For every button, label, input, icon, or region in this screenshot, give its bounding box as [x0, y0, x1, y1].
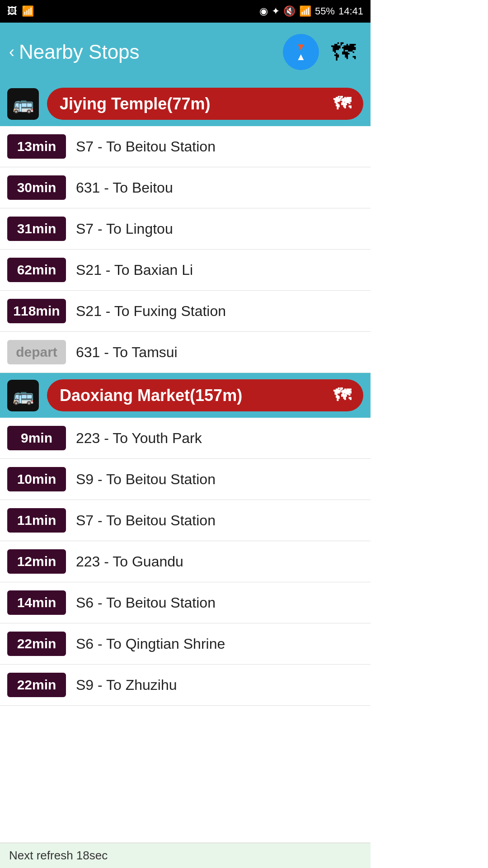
time-badge: depart: [7, 340, 66, 364]
stop-name: Daoxiang Market(157m): [60, 386, 242, 405]
map-button[interactable]: 🗺: [325, 34, 361, 70]
route-text: S9 - To Beitou Station: [76, 471, 216, 488]
route-text: 631 - To Beitou: [76, 179, 173, 196]
mute-icon: 🔇: [283, 5, 296, 17]
time-badge: 118min: [7, 299, 66, 323]
time-badge: 30min: [7, 175, 66, 200]
footer-refresh: Next refresh 18sec: [0, 843, 371, 868]
route-text: S21 - To Baxian Li: [76, 262, 193, 278]
stop-name-badge: Daoxiang Market(157m) 🗺: [47, 379, 363, 411]
app-header: ‹ Nearby Stops ▼ ▲ 🗺: [0, 23, 371, 81]
time-badge: 31min: [7, 217, 66, 241]
bus-row[interactable]: 10min S9 - To Beitou Station: [0, 459, 371, 500]
bus-row[interactable]: 118min S21 - To Fuxing Station: [0, 291, 371, 332]
bus-row[interactable]: 31min S7 - To Lingtou: [0, 208, 371, 250]
time-badge: 12min: [7, 549, 66, 574]
bus-row[interactable]: 14min S6 - To Beitou Station: [0, 582, 371, 623]
time-badge: 62min: [7, 258, 66, 282]
stop-name-badge: Jiying Temple(77m) 🗺: [47, 88, 363, 120]
refresh-text: Next refresh 18sec: [9, 849, 108, 862]
status-left-icons: 🖼 📶: [7, 5, 34, 17]
stop-header-1[interactable]: 🚌 Daoxiang Market(157m) 🗺: [0, 373, 371, 418]
route-text: S6 - To Qingtian Shrine: [76, 636, 225, 652]
route-text: S6 - To Beitou Station: [76, 594, 216, 611]
bus-row[interactable]: 13min S7 - To Beitou Station: [0, 126, 371, 167]
route-text: 223 - To Youth Park: [76, 430, 202, 447]
time-badge: 14min: [7, 590, 66, 615]
bus-row[interactable]: 22min S9 - To Zhuzihu: [0, 665, 371, 706]
bus-row[interactable]: 11min S7 - To Beitou Station: [0, 500, 371, 541]
bus-row[interactable]: 12min 223 - To Guandu: [0, 541, 371, 582]
bus-row[interactable]: 22min S6 - To Qingtian Shrine: [0, 623, 371, 665]
location-icon: ◉: [259, 5, 268, 17]
route-text: S21 - To Fuxing Station: [76, 303, 226, 320]
back-button[interactable]: ‹: [9, 42, 14, 61]
route-text: S7 - To Beitou Station: [76, 138, 216, 155]
time-badge: 13min: [7, 134, 66, 159]
bus-row[interactable]: depart 631 - To Tamsui: [0, 332, 371, 373]
bus-stop-icon: 🚌: [7, 380, 39, 411]
time-badge: 22min: [7, 632, 66, 656]
header-actions: ▼ ▲ 🗺: [283, 34, 361, 70]
header-left: ‹ Nearby Stops: [9, 41, 140, 63]
route-text: S7 - To Beitou Station: [76, 512, 216, 529]
stop-header-0[interactable]: 🚌 Jiying Temple(77m) 🗺: [0, 81, 371, 126]
page-title: Nearby Stops: [19, 41, 140, 63]
status-right-info: ◉ ✦ 🔇 📶 55% 14:41: [259, 5, 363, 17]
route-text: 223 - To Guandu: [76, 553, 183, 570]
stop-map-icon: 🗺: [333, 386, 351, 405]
signal-icon: 📶: [299, 5, 311, 17]
time-badge: 9min: [7, 426, 66, 450]
time-badge: 22min: [7, 673, 66, 697]
sort-icon: ▼ ▲: [296, 42, 306, 62]
photo-icon: 🖼: [7, 5, 17, 17]
bus-row[interactable]: 62min S21 - To Baxian Li: [0, 250, 371, 291]
bluetooth-icon: ✦: [272, 5, 280, 17]
sort-button[interactable]: ▼ ▲: [283, 34, 319, 70]
battery-text: 55%: [315, 5, 335, 17]
route-text: S9 - To Zhuzihu: [76, 677, 177, 693]
status-bar: 🖼 📶 ◉ ✦ 🔇 📶 55% 14:41: [0, 0, 371, 23]
wifi-icon: 📶: [22, 5, 34, 17]
stop-name: Jiying Temple(77m): [60, 94, 210, 113]
time-badge: 10min: [7, 467, 66, 491]
bus-row[interactable]: 9min 223 - To Youth Park: [0, 418, 371, 459]
stop-map-icon: 🗺: [333, 94, 351, 113]
clock: 14:41: [338, 5, 363, 17]
route-text: S7 - To Lingtou: [76, 221, 173, 237]
bus-row[interactable]: 30min 631 - To Beitou: [0, 167, 371, 208]
bus-stop-icon: 🚌: [7, 88, 39, 120]
stops-list: 🚌 Jiying Temple(77m) 🗺 13min S7 - To Bei…: [0, 81, 371, 706]
time-badge: 11min: [7, 508, 66, 533]
route-text: 631 - To Tamsui: [76, 344, 178, 361]
map-icon: 🗺: [331, 38, 356, 66]
